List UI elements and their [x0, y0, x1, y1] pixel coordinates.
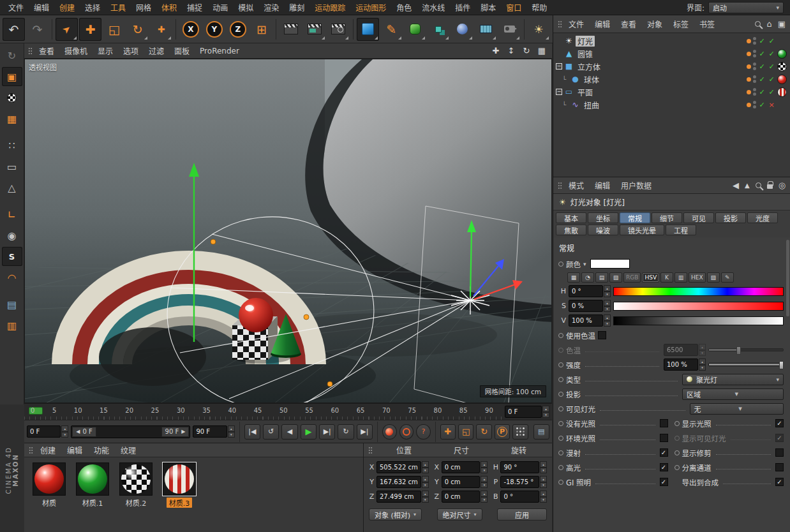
- chevron-down-icon[interactable]: ▾: [583, 261, 586, 267]
- show-clipping-checkbox[interactable]: [775, 448, 784, 457]
- menu-motion-tracker[interactable]: 运动跟踪: [310, 1, 350, 14]
- am-menu-edit[interactable]: 编辑: [590, 179, 615, 191]
- am-menu-userdata[interactable]: 用户数据: [616, 179, 656, 191]
- texture-mode-button[interactable]: [2, 88, 22, 107]
- layer-dot[interactable]: [747, 39, 751, 43]
- rotation-h-field[interactable]: 90 °: [500, 461, 547, 473]
- scrollbar-thumb[interactable]: [786, 240, 789, 316]
- rotation-b-field[interactable]: 0 °: [500, 491, 547, 503]
- hue-field[interactable]: 0 °: [569, 285, 611, 297]
- red-sphere[interactable]: [239, 298, 273, 332]
- visible-light-dropdown[interactable]: 无 ▾: [690, 403, 784, 415]
- animation-dot[interactable]: [674, 421, 680, 426]
- section-general[interactable]: 常规: [558, 241, 784, 255]
- material-item[interactable]: 材质: [31, 462, 68, 508]
- spline-pen-button[interactable]: ✎: [380, 18, 403, 41]
- menu-simulate[interactable]: 模拟: [234, 1, 258, 14]
- viewport-3d-scene[interactable]: Y X Z: [25, 59, 552, 403]
- animation-dot[interactable]: [558, 480, 563, 485]
- scale-tool-button[interactable]: ◱: [103, 18, 125, 41]
- stepper[interactable]: [422, 461, 429, 473]
- object-row-cube[interactable]: − ■ 立方体 ✓ ✓: [553, 60, 790, 73]
- tab-coordinates[interactable]: 坐标: [588, 212, 618, 223]
- panel-grip[interactable]: [558, 20, 562, 28]
- menu-script[interactable]: 脚本: [476, 1, 500, 14]
- visibility-dots[interactable]: [753, 63, 756, 70]
- animation-dot[interactable]: [558, 421, 563, 426]
- specular-checkbox[interactable]: ✓: [660, 463, 668, 471]
- zoom-view-icon[interactable]: ↕: [506, 46, 516, 55]
- eyedropper-icon[interactable]: ✎: [721, 272, 734, 283]
- color-wheel-icon[interactable]: ◔: [581, 272, 594, 283]
- visibility-dots[interactable]: [753, 88, 756, 96]
- menu-file[interactable]: 文件: [4, 1, 28, 14]
- enabled-check-icon[interactable]: ✓: [768, 37, 775, 45]
- menu-sculpt[interactable]: 雕刻: [285, 1, 309, 14]
- object-name[interactable]: 球体: [582, 74, 601, 85]
- position-z-field[interactable]: 27.499 cm: [376, 491, 429, 503]
- lock-icon[interactable]: [767, 184, 773, 189]
- range-end-handle[interactable]: 90 F▶: [161, 427, 190, 437]
- spectrum-icon[interactable]: ▤: [595, 272, 608, 283]
- model-mode-button[interactable]: ▣: [2, 67, 22, 86]
- material-thumb-red[interactable]: [33, 462, 66, 496]
- stepper[interactable]: [540, 476, 547, 488]
- play-backward-button[interactable]: ↺: [263, 424, 279, 440]
- om-menu-bookmarks[interactable]: 书签: [695, 18, 719, 30]
- stepper[interactable]: [540, 461, 547, 473]
- stepper[interactable]: [540, 491, 547, 503]
- export-to-compositing-checkbox[interactable]: ✓: [775, 478, 784, 486]
- object-name[interactable]: 平面: [576, 87, 595, 98]
- panel-grip[interactable]: [28, 47, 33, 55]
- loop-playback-button[interactable]: ↻: [338, 424, 354, 440]
- stepper[interactable]: [481, 461, 488, 473]
- no-illumination-checkbox[interactable]: [660, 419, 668, 427]
- timeline-mode-button[interactable]: ▤: [533, 424, 549, 440]
- visibility-dots[interactable]: [753, 75, 756, 83]
- gradient-picker-icon[interactable]: ▦: [567, 272, 580, 283]
- metaball-button[interactable]: [451, 18, 473, 41]
- material-item[interactable]: 材质.2: [117, 462, 154, 508]
- position-y-field[interactable]: 167.632 cm: [376, 476, 429, 488]
- undo-button[interactable]: ↶: [3, 18, 25, 41]
- rgb-mode-button[interactable]: RGB: [623, 272, 641, 283]
- gi-illumination-checkbox[interactable]: ✓: [660, 478, 668, 486]
- keyframe-selection-button[interactable]: ?: [416, 424, 431, 440]
- om-menu-tags[interactable]: 标签: [669, 18, 693, 30]
- material-tag-red[interactable]: [777, 75, 787, 84]
- material-tag-green[interactable]: [777, 49, 787, 59]
- menu-mograph[interactable]: 运动图形: [351, 1, 391, 14]
- target-icon[interactable]: ◎: [779, 181, 786, 190]
- menu-edit[interactable]: 编辑: [29, 1, 54, 14]
- locked-workplane-button[interactable]: ▥: [2, 316, 22, 335]
- size-x-field[interactable]: 0 cm: [442, 461, 488, 473]
- dock-icon[interactable]: ▣: [778, 19, 786, 29]
- material-menu-create[interactable]: 创建: [36, 444, 60, 456]
- menu-pipeline[interactable]: 流水线: [417, 1, 449, 14]
- viewport-menu-display[interactable]: 显示: [94, 44, 117, 57]
- tab-basic[interactable]: 基本: [556, 212, 586, 223]
- subdivision-surface-button[interactable]: [404, 18, 426, 41]
- z-axis-lock-button[interactable]: Z: [227, 18, 249, 41]
- size-y-field[interactable]: 0 cm: [442, 476, 488, 488]
- size-z-field[interactable]: 0 cm: [442, 491, 488, 503]
- object-row-cone[interactable]: ▲ 圆锥 ✓ ✓: [553, 47, 790, 60]
- current-frame-field[interactable]: 0 F: [27, 425, 68, 438]
- material-menu-edit[interactable]: 编辑: [63, 444, 87, 456]
- points-mode-button[interactable]: ∷: [2, 136, 22, 155]
- hue-gradient-slider[interactable]: [613, 287, 784, 296]
- menu-character[interactable]: 角色: [392, 1, 416, 14]
- shadow-type-dropdown[interactable]: 区域 ▾: [682, 388, 784, 400]
- enabled-check-icon[interactable]: ✓: [768, 50, 775, 58]
- play-button[interactable]: ▶: [301, 424, 317, 440]
- material-thumb-green[interactable]: [76, 462, 109, 496]
- viewport-menu-options[interactable]: 选项: [119, 44, 142, 57]
- pan-view-icon[interactable]: ✚: [491, 46, 501, 55]
- enable-axis-button[interactable]: ∟: [2, 205, 22, 224]
- tab-caustics[interactable]: 焦散: [556, 225, 586, 235]
- material-tag-checker[interactable]: [777, 62, 787, 71]
- playhead-frame-field[interactable]: 0 F: [505, 406, 549, 418]
- next-frame-button[interactable]: ▶|: [319, 424, 335, 440]
- animation-dot[interactable]: [558, 362, 563, 367]
- color-swatch[interactable]: [590, 259, 630, 269]
